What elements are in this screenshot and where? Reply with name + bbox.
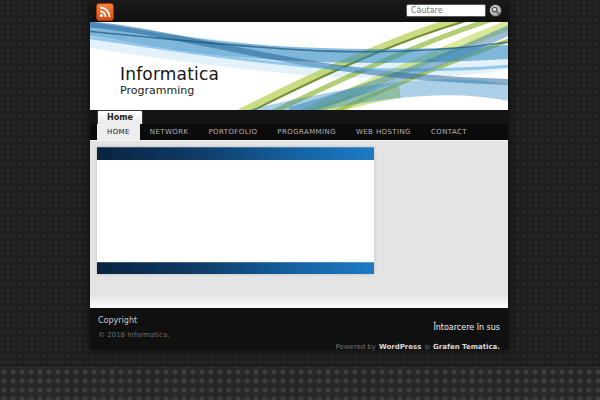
conjunction-text: și [424, 343, 430, 351]
site-page: Informatica Programming Home HOME NETWOR… [90, 0, 508, 350]
content-bottom-fade [90, 295, 508, 308]
site-identity: Informatica Programming [120, 66, 219, 96]
copyright-label: Copyright [98, 316, 169, 325]
copyright-notice: © 2018 Informatica. [98, 331, 169, 339]
site-header: Informatica Programming [90, 22, 508, 110]
background-texture-band [0, 367, 600, 400]
main-nav: HOME NETWORK PORTOFOLIO PROGRAMMING WEB … [90, 124, 508, 140]
nav-item-programming[interactable]: PROGRAMMING [267, 124, 346, 140]
content-panel [97, 147, 374, 274]
search-button[interactable] [489, 4, 502, 17]
theme-link[interactable]: Grafen Tematica. [433, 343, 500, 351]
site-subtitle: Programming [120, 85, 219, 97]
nav-item-contact[interactable]: CONTACT [421, 124, 477, 140]
back-to-top-link[interactable]: Întoarcere în sus [433, 323, 500, 332]
top-bar [90, 0, 508, 22]
powered-by-credits: Powered by WordPress și Grafen Tematica. [335, 343, 500, 351]
nav-item-home[interactable]: HOME [97, 124, 140, 140]
site-title[interactable]: Informatica [120, 66, 219, 84]
site-footer: Copyright © 2018 Informatica. Întoarcere… [90, 308, 508, 350]
desktop-background: Informatica Programming Home HOME NETWOR… [0, 0, 600, 400]
page-tab-home[interactable]: Home [97, 110, 143, 124]
panel-top-accent-bar [97, 147, 374, 160]
powered-by-text: Powered by [335, 343, 376, 351]
footer-right: Întoarcere în sus Powered by WordPress ș… [335, 315, 500, 351]
panel-bottom-accent-bar [97, 262, 374, 274]
rss-icon [99, 6, 111, 18]
nav-item-portofolio[interactable]: PORTOFOLIO [198, 124, 267, 140]
search-icon [491, 6, 500, 15]
content-area [90, 140, 508, 308]
search-input[interactable] [406, 4, 486, 17]
nav-item-web-hosting[interactable]: WEB HOSTING [346, 124, 421, 140]
rss-feed-button[interactable] [96, 3, 114, 21]
footer-left: Copyright © 2018 Informatica. [98, 316, 169, 339]
wordpress-link[interactable]: WordPress [379, 343, 421, 351]
nav-item-network[interactable]: NETWORK [140, 124, 199, 140]
